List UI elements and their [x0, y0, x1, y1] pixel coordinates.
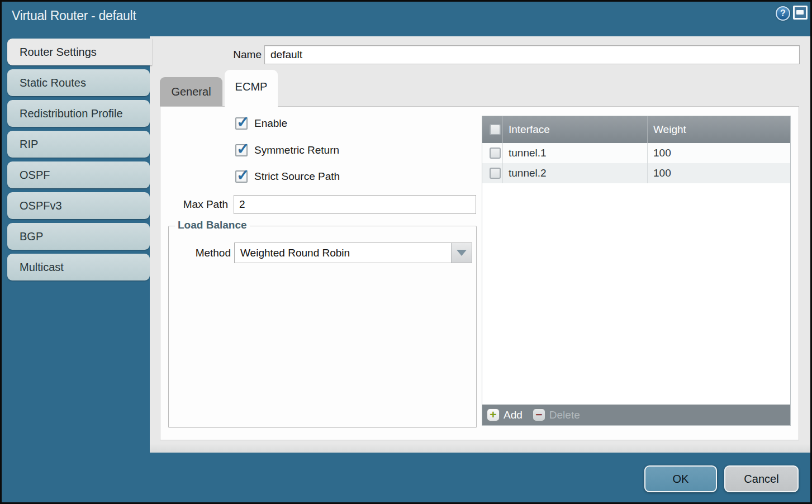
sidebar-item-ospfv3[interactable]: OSPFv3 — [7, 192, 150, 219]
sidebar-item-redistribution-profile[interactable]: Redistribution Profile — [7, 100, 150, 127]
enable-row: ✓ Enable — [235, 117, 287, 130]
table-row[interactable]: tunnel.1 100 — [482, 143, 790, 163]
add-button[interactable]: + Add — [487, 408, 523, 421]
sidebar-item-router-settings[interactable]: Router Settings — [7, 39, 152, 65]
table-toolbar: + Add − Delete — [482, 405, 790, 425]
delete-label: Delete — [549, 409, 580, 421]
sidebar-item-rip[interactable]: RIP — [7, 131, 150, 158]
enable-label: Enable — [254, 117, 287, 130]
dialog-title: Virtual Router - default — [12, 8, 136, 23]
ecmp-content-panel: ✓ Enable ✓ Symmetric Return ✓ Strict Sou… — [160, 106, 799, 440]
interface-cell: tunnel.1 — [502, 143, 647, 163]
method-value: Weighted Round Robin — [240, 243, 350, 263]
select-all-checkbox[interactable] — [490, 124, 501, 135]
row-checkbox[interactable] — [490, 148, 501, 159]
tab-general[interactable]: General — [160, 77, 222, 106]
delete-button[interactable]: − Delete — [533, 408, 580, 421]
cancel-button[interactable]: Cancel — [724, 465, 799, 492]
table-row[interactable]: tunnel.2 100 — [482, 163, 790, 183]
symmetric-return-row: ✓ Symmetric Return — [235, 144, 339, 157]
name-label: Name — [228, 45, 262, 64]
sidebar-item-ospf[interactable]: OSPF — [7, 161, 150, 188]
sidebar-item-static-routes[interactable]: Static Routes — [7, 69, 150, 96]
enable-checkbox[interactable]: ✓ — [235, 117, 248, 130]
checkmark-icon: ✓ — [236, 113, 249, 131]
virtual-router-dialog: Virtual Router - default ? Router Settin… — [0, 0, 812, 504]
weight-cell: 100 — [647, 163, 790, 183]
strict-source-path-label: Strict Source Path — [254, 170, 340, 183]
plus-icon: + — [487, 408, 500, 421]
column-header-interface: Interface — [502, 116, 647, 143]
add-label: Add — [504, 409, 523, 421]
strict-source-path-checkbox[interactable]: ✓ — [235, 170, 248, 183]
table-header: Interface Weight — [482, 116, 790, 143]
interface-cell: tunnel.2 — [502, 163, 647, 183]
chevron-down-icon[interactable] — [451, 243, 472, 263]
tab-ecmp[interactable]: ECMP — [225, 70, 278, 107]
ecmp-interface-table: Interface Weight tunnel.1 100 tunnel.2 1… — [482, 116, 791, 426]
method-label: Method — [169, 243, 231, 263]
name-input[interactable] — [264, 45, 800, 64]
ok-button[interactable]: OK — [644, 465, 717, 492]
checkmark-icon: ✓ — [236, 166, 249, 184]
strict-source-path-row: ✓ Strict Source Path — [235, 170, 340, 183]
minus-icon: − — [533, 408, 545, 421]
help-icon[interactable]: ? — [776, 6, 790, 21]
method-dropdown[interactable]: Weighted Round Robin — [234, 243, 472, 263]
row-checkbox[interactable] — [490, 168, 501, 179]
symmetric-return-label: Symmetric Return — [254, 144, 339, 156]
weight-cell: 100 — [647, 143, 790, 163]
main-panel: Name General ECMP ✓ Enable ✓ Symmetric R… — [150, 36, 810, 453]
checkmark-icon: ✓ — [236, 140, 249, 158]
load-balance-legend: Load Balance — [175, 219, 250, 231]
load-balance-group: Load Balance Method Weighted Round Robin — [168, 226, 477, 428]
sidebar-item-multicast[interactable]: Multicast — [7, 254, 150, 280]
symmetric-return-checkbox[interactable]: ✓ — [235, 144, 248, 156]
max-path-label: Max Path — [160, 195, 228, 214]
sidebar-item-bgp[interactable]: BGP — [7, 223, 150, 250]
column-header-weight: Weight — [647, 116, 790, 143]
max-path-input[interactable] — [234, 195, 476, 214]
window-restore-icon[interactable] — [793, 6, 808, 20]
